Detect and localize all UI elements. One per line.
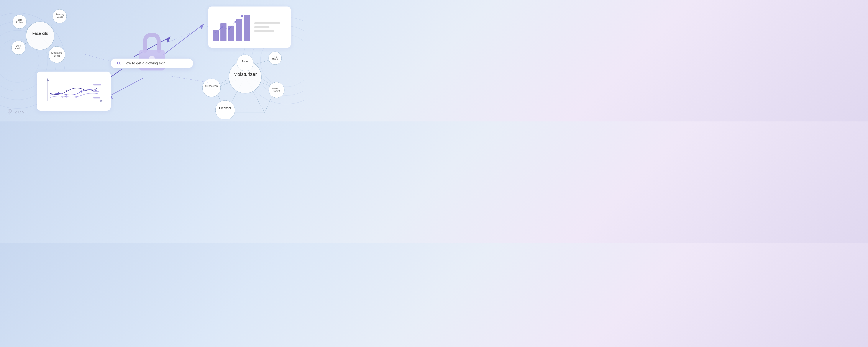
svg-text:Sunscreen: Sunscreen bbox=[205, 85, 218, 88]
svg-text:Masks: Masks bbox=[57, 16, 63, 18]
svg-marker-27 bbox=[100, 100, 103, 102]
svg-rect-30 bbox=[93, 97, 100, 98]
svg-point-22 bbox=[235, 21, 236, 23]
svg-text:masks: masks bbox=[16, 47, 22, 50]
svg-point-63 bbox=[237, 55, 253, 71]
svg-text:Vitamin C: Vitamin C bbox=[272, 87, 281, 89]
svg-point-65 bbox=[215, 100, 235, 119]
svg-text:Clay: Clay bbox=[273, 55, 277, 58]
zevi-brand-text: zevi bbox=[15, 109, 28, 115]
zevi-logo: zevi bbox=[6, 108, 28, 115]
svg-point-19 bbox=[215, 32, 217, 33]
svg-text:Moisturizer: Moisturizer bbox=[234, 71, 257, 77]
svg-text:Rollers: Rollers bbox=[16, 21, 23, 24]
network-right: Moisturizer Toner Sunscreen Cleanser Vit… bbox=[189, 41, 302, 119]
svg-marker-26 bbox=[46, 78, 49, 81]
network-left: Face oils Facial Rollers Sleeping Masks … bbox=[2, 2, 100, 76]
svg-point-21 bbox=[228, 28, 230, 30]
svg-text:Face oils: Face oils bbox=[32, 31, 48, 36]
svg-text:Exfoliating: Exfoliating bbox=[52, 52, 62, 54]
search-bar[interactable]: How to get a glowing skin bbox=[111, 59, 193, 68]
legend-item-1 bbox=[254, 22, 280, 24]
svg-text:Serum: Serum bbox=[273, 90, 280, 92]
svg-text:Sleeping: Sleeping bbox=[56, 13, 64, 15]
search-query-text: How to get a glowing skin bbox=[124, 61, 165, 65]
legend-item-3 bbox=[254, 30, 274, 32]
svg-marker-11 bbox=[199, 24, 204, 29]
svg-point-64 bbox=[203, 79, 221, 97]
svg-point-35 bbox=[61, 96, 63, 98]
svg-point-41 bbox=[26, 22, 54, 50]
svg-text:Toner: Toner bbox=[242, 60, 249, 63]
chart-legend bbox=[254, 22, 286, 32]
legend-item-2 bbox=[254, 26, 270, 28]
bar-chart bbox=[213, 13, 250, 41]
svg-text:Scrub: Scrub bbox=[54, 55, 60, 57]
svg-text:Masks: Masks bbox=[272, 58, 278, 60]
bar-chart-card bbox=[208, 6, 291, 48]
svg-text:Sheet: Sheet bbox=[16, 45, 21, 47]
svg-point-23 bbox=[241, 15, 243, 18]
main-container: How to get a glowing skin bbox=[0, 0, 304, 121]
line-chart-card bbox=[37, 71, 111, 111]
svg-rect-28 bbox=[93, 84, 101, 86]
svg-line-18 bbox=[120, 64, 121, 65]
svg-text:Facial: Facial bbox=[17, 19, 23, 21]
zevi-logo-icon bbox=[6, 108, 13, 115]
svg-text:Cleanser: Cleanser bbox=[219, 106, 231, 110]
search-icon bbox=[117, 61, 121, 65]
svg-point-82 bbox=[9, 111, 10, 112]
svg-point-20 bbox=[221, 26, 223, 28]
